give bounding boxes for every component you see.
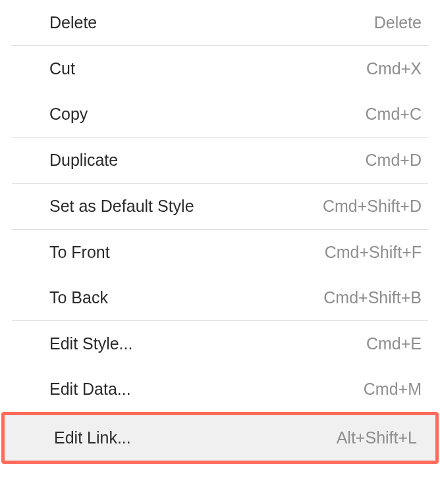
menu-item-label: To Back: [49, 288, 108, 307]
menu-item-copy[interactable]: Copy Cmd+C: [0, 91, 440, 137]
menu-item-label: Edit Style...: [49, 334, 132, 353]
menu-item-label: Edit Data...: [49, 380, 131, 399]
menu-item-shortcut: Cmd+Shift+D: [323, 197, 422, 216]
menu-item-duplicate[interactable]: Duplicate Cmd+D: [0, 138, 440, 183]
menu-item-set-default-style[interactable]: Set as Default Style Cmd+Shift+D: [0, 184, 440, 229]
menu-item-shortcut: Cmd+M: [364, 380, 422, 399]
menu-item-to-back[interactable]: To Back Cmd+Shift+B: [0, 275, 440, 320]
menu-item-shortcut: Cmd+Shift+B: [323, 288, 422, 307]
menu-item-shortcut: Delete: [374, 13, 422, 32]
menu-item-shortcut: Alt+Shift+L: [337, 428, 417, 447]
menu-item-label: To Front: [49, 243, 110, 262]
menu-item-label: Duplicate: [49, 151, 118, 170]
menu-item-shortcut: Cmd+C: [366, 105, 422, 124]
menu-item-label: Set as Default Style: [49, 197, 194, 216]
menu-item-shortcut: Cmd+D: [366, 151, 422, 170]
menu-item-shortcut: Cmd+X: [366, 59, 422, 78]
menu-item-label: Copy: [49, 105, 88, 124]
menu-item-cut[interactable]: Cut Cmd+X: [0, 46, 440, 91]
menu-item-delete[interactable]: Delete Delete: [0, 0, 440, 45]
menu-item-edit-style[interactable]: Edit Style... Cmd+E: [0, 321, 440, 366]
menu-item-label: Cut: [49, 59, 75, 78]
menu-item-to-front[interactable]: To Front Cmd+Shift+F: [0, 230, 440, 275]
menu-item-label: Delete: [49, 13, 97, 32]
menu-item-label: Edit Link...: [54, 428, 131, 447]
menu-item-edit-link[interactable]: Edit Link... Alt+Shift+L: [5, 415, 435, 461]
menu-item-edit-data[interactable]: Edit Data... Cmd+M: [0, 366, 440, 412]
context-menu: Delete Delete Cut Cmd+X Copy Cmd+C Dupli…: [0, 0, 440, 464]
menu-item-shortcut: Cmd+E: [366, 334, 422, 353]
menu-item-shortcut: Cmd+Shift+F: [325, 243, 422, 262]
highlight-annotation: Edit Link... Alt+Shift+L: [1, 412, 439, 464]
